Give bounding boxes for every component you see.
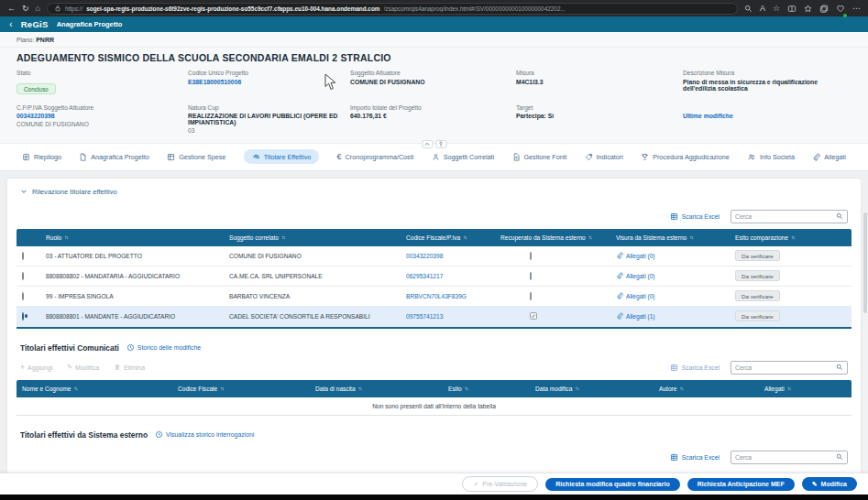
tab-gestione-spese[interactable]: Gestione Spese: [167, 153, 225, 161]
table-row[interactable]: 03 - ATTUATORE DEL PROGETTO COMUNE DI FU…: [16, 246, 852, 266]
row-radio[interactable]: [22, 252, 24, 260]
col-codice-fiscale[interactable]: Codice Fiscale↑↓: [172, 386, 310, 392]
col-visura[interactable]: Visura da Sistema esterno↑↓: [610, 234, 730, 241]
sort-icon[interactable]: ↑↓: [465, 386, 468, 391]
table2-search-input[interactable]: [735, 364, 833, 371]
sort-icon[interactable]: ↑↓: [588, 234, 592, 240]
tab-titolare-effettivo[interactable]: Titolare Effettivo: [244, 149, 320, 164]
browser-more-icon[interactable]: ⋯: [852, 5, 861, 13]
col-data-nascita[interactable]: Data di nascita↑↓: [310, 386, 443, 392]
richiesta-mef-button[interactable]: Richiesta Anticipazione MEF: [687, 478, 795, 491]
sort-icon[interactable]: ↑↓: [281, 234, 285, 240]
sort-icon[interactable]: ↑↓: [689, 234, 693, 240]
table3-search-input[interactable]: [735, 454, 833, 461]
col-ruolo[interactable]: Ruolo↑↓: [40, 234, 224, 241]
search-icon[interactable]: [836, 364, 843, 371]
address-bar[interactable]: https://sogei-spa-regis-produzione-s6t92…: [47, 3, 738, 15]
col-soggetto-correlato[interactable]: Soggetto correlato↑↓: [224, 234, 401, 241]
download-excel-button-disabled[interactable]: Scarica Excel: [670, 364, 720, 372]
col-nome-cognome[interactable]: Nome e Cognome↑↓: [16, 386, 172, 392]
tab-procedura-aggiudicazione[interactable]: Procedura Aggiudicazione: [641, 153, 730, 161]
sort-icon[interactable]: ↑↓: [463, 234, 467, 240]
sort-icon[interactable]: ↑↓: [74, 386, 78, 391]
table1-search[interactable]: [731, 210, 848, 223]
table-row[interactable]: 8808808802 - MANDATARIA - AGGIUDICATARIO…: [16, 266, 852, 287]
collapse-header-button[interactable]: [422, 140, 433, 148]
collections-icon[interactable]: [819, 5, 829, 13]
table-row-selected[interactable]: 8808808801 - MANDANTE - AGGIUDICATARIO C…: [16, 307, 852, 327]
download-excel-button[interactable]: Scarica Excel: [670, 453, 720, 462]
app-back-icon[interactable]: ‹: [9, 19, 13, 29]
recuperato-checkbox-checked[interactable]: ✓: [530, 312, 537, 320]
app-brand[interactable]: ReGiS: [21, 19, 49, 29]
split-screen-icon[interactable]: [787, 5, 797, 13]
cf-link[interactable]: 00343220398: [16, 113, 188, 119]
col-esito-comparazione[interactable]: Esito comparazione↑↓: [730, 234, 852, 241]
favorite-star-icon[interactable]: ☆: [773, 5, 780, 13]
cell-cf-link[interactable]: 09755741213: [401, 313, 495, 320]
tab-soggetti-correlati[interactable]: Soggetti Correlati: [432, 153, 495, 161]
table2-search[interactable]: [731, 361, 848, 375]
search-icon[interactable]: [836, 453, 843, 461]
recuperato-checkbox[interactable]: [530, 252, 532, 260]
col-esito[interactable]: Esito↑↓: [443, 386, 530, 392]
zoom-icon[interactable]: [744, 5, 753, 13]
cup-link[interactable]: E38E18000510006: [188, 79, 350, 85]
add-button-disabled[interactable]: +Aggiungi: [20, 363, 52, 372]
table1-search-input[interactable]: [735, 213, 833, 220]
browser-home-icon[interactable]: ⌂: [36, 5, 40, 13]
tab-riepilogo[interactable]: Riepilogo: [22, 153, 61, 161]
delete-button-disabled[interactable]: Elimina: [114, 364, 145, 371]
sort-icon[interactable]: ↑↓: [787, 386, 791, 391]
sort-icon[interactable]: ↑↓: [220, 386, 224, 391]
tab-anagrafica-progetto[interactable]: Anagrafica Progetto: [79, 153, 149, 161]
edit-button-disabled[interactable]: ✎Modifica: [67, 364, 99, 371]
allegati-link[interactable]: Allegati (0): [616, 292, 730, 299]
cell-cf-link[interactable]: BRBVCN70L43F839G: [401, 293, 495, 299]
storico-modifiche-link[interactable]: Storico delle modifiche: [126, 343, 201, 352]
row-radio[interactable]: [22, 292, 24, 300]
tab-indicatori[interactable]: Indicatori: [585, 153, 623, 161]
sort-icon[interactable]: ↑↓: [64, 234, 68, 240]
search-icon[interactable]: [836, 212, 843, 220]
sort-icon[interactable]: ↑↓: [791, 234, 795, 240]
row-radio-checked[interactable]: [22, 312, 24, 321]
col-codice-fiscale[interactable]: Codice Fiscale/P.Iva↑↓: [401, 234, 495, 241]
browser-essentials-icon[interactable]: [836, 0, 845, 16]
allegati-link[interactable]: Allegati (0): [616, 252, 730, 259]
storico-interrogazioni-link[interactable]: Visualizza storico interrogazioni: [155, 430, 254, 439]
tab-cronoprogramma-costi[interactable]: € Cronoprogramma/Costi: [337, 153, 414, 161]
tab-info-societa[interactable]: Info Società: [747, 153, 795, 161]
cell-cf-link[interactable]: 00343220398: [401, 253, 495, 259]
ultime-modifiche-link[interactable]: Ultime modifiche: [683, 113, 852, 119]
col-data-modifica[interactable]: Data modifica↑↓: [530, 386, 654, 392]
tab-gestione-fonti[interactable]: Gestione Fonti: [512, 153, 567, 161]
col-autore[interactable]: Autore↑↓: [654, 386, 759, 392]
col-recuperato[interactable]: Recuperato da Sistema esterno↑↓: [495, 234, 610, 241]
section-rilevazione-header[interactable]: Rilevazione titolare effettivo: [7, 188, 861, 196]
richiesta-quadro-button[interactable]: Richiesta modifica quadro finanziario: [545, 478, 679, 491]
table3-search[interactable]: [731, 451, 848, 464]
pre-validazione-button[interactable]: ✓ Pre-Validazione: [462, 476, 538, 492]
row-radio[interactable]: [22, 272, 24, 280]
sort-icon[interactable]: ↑↓: [358, 386, 362, 391]
sort-icon[interactable]: ↑↓: [679, 386, 683, 391]
table-row[interactable]: 99 - IMPRESA SINGOLA BARBATO VINCENZA BR…: [16, 287, 852, 307]
cell-cf-link[interactable]: 06295341217: [401, 273, 495, 279]
browser-back-icon[interactable]: ←: [7, 5, 16, 13]
scrollbar-thumb[interactable]: [863, 212, 867, 313]
recuperato-checkbox[interactable]: [530, 272, 532, 280]
modifica-button[interactable]: ✎ Modifica: [802, 477, 857, 491]
recuperato-checkbox[interactable]: [530, 292, 532, 300]
sort-icon[interactable]: ↑↓: [575, 386, 578, 391]
allegati-link[interactable]: Allegati (1): [616, 312, 730, 320]
allegati-link[interactable]: Allegati (0): [616, 272, 730, 279]
browser-refresh-icon[interactable]: ↻: [22, 5, 29, 13]
tab-allegati[interactable]: Allegati: [812, 153, 846, 161]
read-aloud-icon[interactable]: A: [760, 5, 765, 13]
page-scrollbar[interactable]: [863, 211, 868, 476]
download-excel-button[interactable]: Scarica Excel: [670, 212, 720, 221]
favorites-bar-icon[interactable]: [804, 5, 812, 13]
col-allegati[interactable]: Allegati↑↓: [759, 386, 852, 392]
pin-header-button[interactable]: [435, 140, 446, 148]
